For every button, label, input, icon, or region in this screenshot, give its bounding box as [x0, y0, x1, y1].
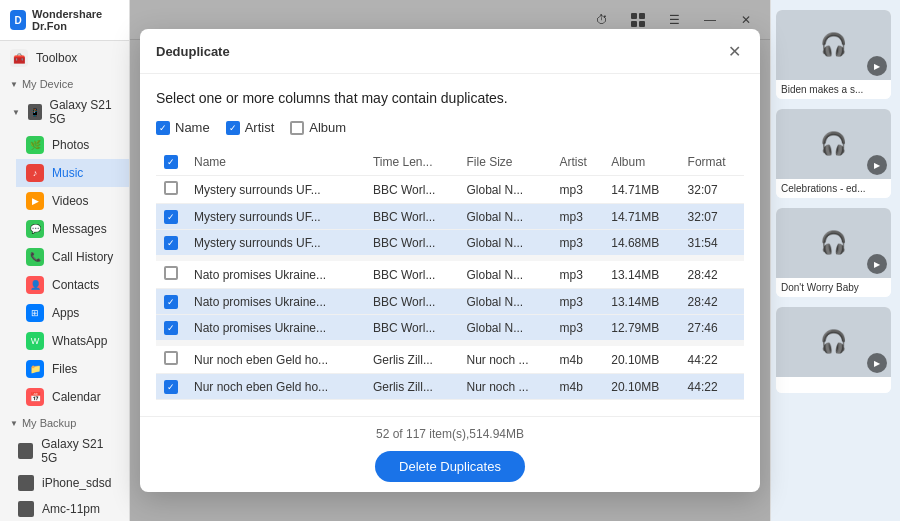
row-checkbox[interactable]	[164, 321, 178, 335]
row-checkbox[interactable]	[164, 295, 178, 309]
sidebar-item-contacts[interactable]: 👤 Contacts	[16, 271, 129, 299]
whatsapp-icon: W	[26, 332, 44, 350]
th-artist[interactable]: Artist	[552, 149, 604, 176]
row-name: Nur noch eben Geld ho...	[186, 343, 365, 374]
dialog-close-button[interactable]: ✕	[724, 41, 744, 61]
backup-iphone-sdsd-icon	[18, 475, 34, 491]
th-name[interactable]: Name	[186, 149, 365, 176]
row-checkbox-cell[interactable]	[156, 230, 186, 259]
row-checkbox-cell[interactable]	[156, 289, 186, 315]
row-format: 31:54	[680, 230, 744, 259]
row-checkbox[interactable]	[164, 380, 178, 394]
backup-amc[interactable]: Amc-11pm	[8, 496, 129, 521]
sidebar-item-apps[interactable]: ⊞ Apps	[16, 299, 129, 327]
app-logo-icon: D	[10, 10, 26, 30]
row-time: Gerlis Zill...	[365, 374, 459, 400]
row-format: 28:42	[680, 289, 744, 315]
delete-duplicates-button[interactable]: Delete Duplicates	[375, 451, 525, 482]
artist-checkbox[interactable]	[226, 121, 240, 135]
music-label: Music	[52, 166, 83, 180]
checkbox-name[interactable]: Name	[156, 120, 210, 135]
sidebar-item-music[interactable]: ♪ Music	[16, 159, 129, 187]
backup-amc-icon	[18, 501, 34, 517]
backup-amc-label: Amc-11pm	[42, 502, 100, 516]
chevron-icon: ▼	[10, 80, 18, 89]
sidebar: D Wondershare Dr.Fon 🧰 Toolbox ▼ My Devi…	[0, 0, 130, 521]
name-checkbox-label: Name	[175, 120, 210, 135]
th-album[interactable]: Album	[603, 149, 679, 176]
play-button-2[interactable]: ▶	[867, 254, 887, 274]
row-artist: m4b	[552, 343, 604, 374]
row-checkbox-cell[interactable]	[156, 176, 186, 204]
backup-iphone-sdsd[interactable]: iPhone_sdsd	[8, 470, 129, 496]
play-button-0[interactable]: ▶	[867, 56, 887, 76]
row-album: 20.10MB	[603, 374, 679, 400]
row-checkbox-cell[interactable]	[156, 374, 186, 400]
row-format: 32:07	[680, 176, 744, 204]
row-checkbox[interactable]	[164, 210, 178, 224]
sidebar-item-photos[interactable]: 🌿 Photos	[16, 131, 129, 159]
th-format[interactable]: Format	[680, 149, 744, 176]
sidebar-item-files[interactable]: 📁 Files	[16, 355, 129, 383]
table-row: Mystery surrounds UF... BBC Worl... Glob…	[156, 230, 744, 259]
row-album: 13.14MB	[603, 258, 679, 289]
row-checkbox-cell[interactable]	[156, 258, 186, 289]
music-icon: ♪	[26, 164, 44, 182]
row-format: 32:07	[680, 204, 744, 230]
play-button-3[interactable]: ▶	[867, 353, 887, 373]
table-row: Nato promises Ukraine... BBC Worl... Glo…	[156, 258, 744, 289]
row-format: 28:42	[680, 258, 744, 289]
checkbox-album[interactable]: Album	[290, 120, 346, 135]
checkbox-artist[interactable]: Artist	[226, 120, 275, 135]
my-backup-label: My Backup	[22, 417, 76, 429]
select-all-checkbox[interactable]	[164, 155, 178, 169]
row-time: BBC Worl...	[365, 289, 459, 315]
media-label-1: Celebrations - ed...	[776, 179, 891, 198]
headphone-icon-2: 🎧	[820, 230, 847, 256]
device-items: ▼ 📱 Galaxy S21 5G 🌿 Photos ♪ Music ▶ Vid…	[0, 93, 129, 411]
row-checkbox-cell[interactable]	[156, 315, 186, 344]
row-checkbox[interactable]	[164, 181, 178, 195]
row-checkbox[interactable]	[164, 236, 178, 250]
name-checkbox[interactable]	[156, 121, 170, 135]
sidebar-item-whatsapp[interactable]: W WhatsApp	[16, 327, 129, 355]
sidebar-item-toolbox[interactable]: 🧰 Toolbox	[0, 41, 129, 72]
device-chevron: ▼	[12, 108, 20, 117]
row-checkbox[interactable]	[164, 266, 178, 280]
album-checkbox[interactable]	[290, 121, 304, 135]
media-thumb-2: 🎧 ▶	[776, 208, 891, 278]
backup-galaxy[interactable]: Galaxy S21 5G	[8, 432, 129, 470]
row-album: 14.71MB	[603, 176, 679, 204]
album-checkbox-label: Album	[309, 120, 346, 135]
my-device-section: ▼ My Device	[0, 72, 129, 93]
row-size: Global N...	[459, 176, 552, 204]
row-artist: mp3	[552, 230, 604, 259]
sidebar-item-videos[interactable]: ▶ Videos	[16, 187, 129, 215]
th-filesize[interactable]: File Size	[459, 149, 552, 176]
play-button-1[interactable]: ▶	[867, 155, 887, 175]
th-timelen[interactable]: Time Len...	[365, 149, 459, 176]
sidebar-item-callhistory[interactable]: 📞 Call History	[16, 243, 129, 271]
duplicates-table-wrapper[interactable]: Name Time Len... File Size Artist Album …	[156, 149, 744, 400]
row-artist: mp3	[552, 315, 604, 344]
row-time: BBC Worl...	[365, 230, 459, 259]
row-checkbox[interactable]	[164, 351, 178, 365]
sidebar-item-messages[interactable]: 💬 Messages	[16, 215, 129, 243]
sidebar-item-calendar[interactable]: 📅 Calendar	[16, 383, 129, 411]
row-artist: mp3	[552, 204, 604, 230]
footer-info: 52 of 117 item(s),514.94MB	[376, 427, 524, 441]
files-icon: 📁	[26, 360, 44, 378]
row-checkbox-cell[interactable]	[156, 343, 186, 374]
row-album: 14.71MB	[603, 204, 679, 230]
my-backup-section: ▼ My Backup	[0, 411, 129, 432]
dialog-header: Deduplicate ✕	[140, 29, 760, 74]
videos-label: Videos	[52, 194, 88, 208]
photos-icon: 🌿	[26, 136, 44, 154]
row-name: Nur noch eben Geld ho...	[186, 374, 365, 400]
calendar-icon: 📅	[26, 388, 44, 406]
sidebar-item-device[interactable]: ▼ 📱 Galaxy S21 5G	[8, 93, 129, 131]
table-row: Nato promises Ukraine... BBC Worl... Glo…	[156, 289, 744, 315]
row-checkbox-cell[interactable]	[156, 204, 186, 230]
table-header-row: Name Time Len... File Size Artist Album …	[156, 149, 744, 176]
deduplicate-dialog: Deduplicate ✕ Select one or more columns…	[140, 29, 760, 492]
